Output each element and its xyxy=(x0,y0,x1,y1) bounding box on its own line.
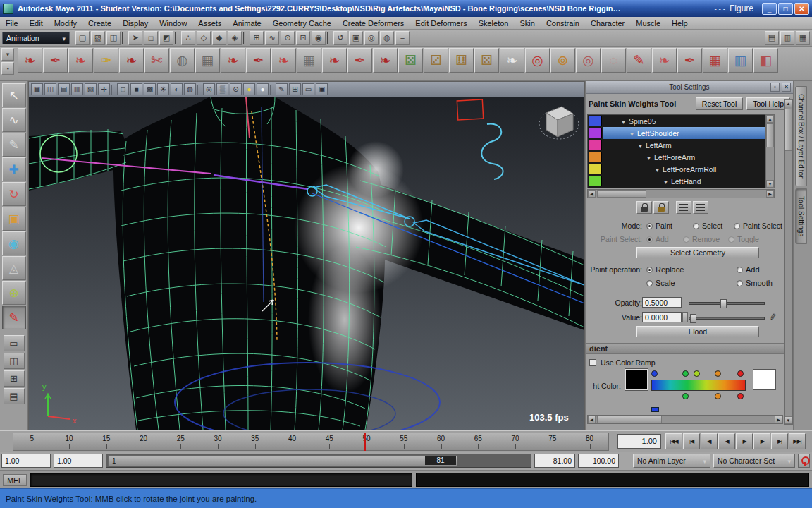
min-weight-color-swatch[interactable] xyxy=(625,369,648,390)
divider[interactable] xyxy=(327,32,332,44)
value-field[interactable]: 0.0000 xyxy=(642,312,682,322)
pen-icon[interactable]: ✒ xyxy=(677,48,702,73)
ring-icon[interactable]: ◎ xyxy=(576,48,601,73)
collapse-arrow-icon[interactable] xyxy=(663,177,668,186)
maximize-button[interactable]: □ xyxy=(778,3,793,15)
current-frame-marker[interactable] xyxy=(364,433,366,451)
shadows-icon[interactable]: ◐ xyxy=(171,83,183,95)
film-gate-icon[interactable]: ▭ xyxy=(302,83,314,95)
paint-operation-radio-option[interactable]: Smooth xyxy=(737,279,773,287)
range-slider-track[interactable]: 1 81 xyxy=(106,454,531,468)
joint-row[interactable]: LeftArm xyxy=(588,139,765,151)
sort-alphabetically-button[interactable] xyxy=(676,201,691,214)
dice-icon[interactable]: ⚄ xyxy=(398,48,423,73)
color-ramp-bar[interactable] xyxy=(651,380,746,391)
snap-to-grid-icon[interactable]: ⊞ xyxy=(250,31,264,45)
ramp-color-handle[interactable] xyxy=(737,370,744,377)
step-forward-frame-button[interactable]: ▶| xyxy=(771,433,788,449)
playback-start-field[interactable]: 1.00 xyxy=(54,454,103,468)
animation-end-field[interactable]: 100.00 xyxy=(578,454,619,468)
scroll-right-icon[interactable] xyxy=(775,416,782,423)
color-ramp-widget[interactable] xyxy=(651,370,749,404)
sort-by-hierarchy-button[interactable] xyxy=(693,201,708,214)
sidebar-tab[interactable]: Tool Settings xyxy=(795,188,807,244)
show-channel-box-icon[interactable]: ▦ xyxy=(796,31,810,45)
select-camera-icon[interactable]: ▦ xyxy=(31,83,43,95)
mode-radio-option[interactable]: Paint xyxy=(646,222,672,230)
step-forward-key-button[interactable]: |▶ xyxy=(753,433,770,449)
frame-strip[interactable]: 5 10 15 20 25 30 35 40 45 50 55 60 xyxy=(13,433,609,451)
collapse-arrow-icon[interactable] xyxy=(655,165,660,174)
render-settings-icon[interactable]: ≡ xyxy=(395,31,410,45)
opacity-slider[interactable] xyxy=(689,302,765,305)
divider[interactable] xyxy=(197,85,202,95)
max-weight-color-swatch[interactable] xyxy=(753,369,776,390)
show-attribute-editor-icon[interactable]: ▤ xyxy=(765,31,779,45)
dice-icon[interactable]: ⚄ xyxy=(474,48,499,73)
soft-mod-tool[interactable]: ◬ xyxy=(2,256,26,280)
mask-vertices-icon[interactable]: ∴ xyxy=(181,31,195,45)
menu-item[interactable]: Constrain xyxy=(541,19,585,28)
universal-manip-tool[interactable]: ◉ xyxy=(2,231,26,255)
rotate-tool[interactable]: ↻ xyxy=(2,182,26,206)
circle-icon[interactable]: ◌ xyxy=(601,48,626,73)
feather-icon[interactable]: ❧ xyxy=(119,48,144,73)
ramp-color-handle[interactable] xyxy=(651,370,658,377)
textured-display-icon[interactable]: ▩ xyxy=(144,83,156,95)
new-scene-icon[interactable]: ▢ xyxy=(75,31,90,45)
shaded-display-icon[interactable]: ■ xyxy=(130,83,142,95)
maya-app-icon[interactable] xyxy=(3,4,13,14)
collapse-arrow-icon[interactable] xyxy=(629,129,634,138)
paint-operation-radio-option[interactable]: Replace xyxy=(646,265,684,274)
viewport-3d-view[interactable]: y x 103.5 fps xyxy=(29,97,584,430)
menu-item[interactable]: Help xyxy=(666,19,694,28)
tool-settings-header[interactable]: Tool Settings ▫ ✕ xyxy=(586,81,793,94)
opacity-field[interactable]: 0.5000 xyxy=(642,297,682,308)
single-pane-layout-button[interactable]: ▭ xyxy=(4,335,25,351)
divider[interactable] xyxy=(270,85,274,95)
mel-label[interactable]: MEL xyxy=(3,474,27,486)
scroll-left-icon[interactable] xyxy=(588,416,596,423)
shelf-menu-icon[interactable]: ▪ xyxy=(1,62,14,75)
menu-item[interactable]: Skeleton xyxy=(473,19,515,28)
menu-item[interactable]: Assets xyxy=(192,19,227,28)
collapse-arrow-icon[interactable] xyxy=(646,153,651,162)
feather-icon[interactable]: ❧ xyxy=(500,48,524,73)
collapse-arrow-icon[interactable] xyxy=(638,141,643,150)
scrollbar-handle[interactable] xyxy=(597,190,646,198)
menu-item[interactable]: Create Deformers xyxy=(337,19,410,28)
four-pane-layout-button[interactable]: ⊞ xyxy=(4,370,25,387)
joint-color-swatch[interactable] xyxy=(589,152,602,162)
feather-icon[interactable]: ❧ xyxy=(322,48,347,73)
mode-radio-option[interactable]: Select xyxy=(693,222,722,230)
divider[interactable] xyxy=(243,32,248,44)
grease-pencil-icon[interactable]: ✎ xyxy=(276,83,288,95)
scroll-left-icon[interactable] xyxy=(588,190,596,198)
quill-icon[interactable]: ✑ xyxy=(94,48,118,73)
step-back-frame-button[interactable]: |◀ xyxy=(683,433,700,449)
selected-ramp-color-chip[interactable] xyxy=(651,407,659,412)
make-live-icon[interactable]: ◉ xyxy=(312,31,326,45)
mask-faces-icon[interactable]: ◆ xyxy=(212,31,226,45)
ambient-occlusion-icon[interactable]: ◍ xyxy=(184,83,196,95)
two-pane-layout-button[interactable]: ◫ xyxy=(4,353,25,369)
feather-icon[interactable]: ❧ xyxy=(18,48,42,73)
select-by-object-icon[interactable]: □ xyxy=(144,31,158,45)
ring-icon[interactable]: ⊚ xyxy=(550,48,575,73)
ramp-color-handle[interactable] xyxy=(682,370,689,377)
slider-handle[interactable] xyxy=(690,314,696,323)
pin-panel-icon[interactable]: ▫ xyxy=(770,83,780,92)
feather-icon[interactable]: ❧ xyxy=(221,48,245,73)
auto-keyframe-toggle[interactable] xyxy=(798,454,810,468)
isolate-select-icon[interactable]: ◎ xyxy=(203,83,215,95)
cube-icon[interactable]: ◧ xyxy=(753,48,778,73)
snap-to-plane-icon[interactable]: ⊡ xyxy=(296,31,310,45)
scrollbar-handle[interactable] xyxy=(766,123,774,147)
joint-list-vertical-scrollbar[interactable] xyxy=(765,114,775,188)
select-geometry-button[interactable]: Select Geometry xyxy=(636,247,759,258)
scroll-down-icon[interactable] xyxy=(785,416,792,424)
panel-horizontal-scrollbar[interactable] xyxy=(587,415,783,424)
reset-tool-button[interactable]: Reset Tool xyxy=(696,97,743,110)
joint-color-swatch[interactable] xyxy=(589,176,602,186)
bookmarks-icon[interactable]: ▥ xyxy=(71,83,83,95)
